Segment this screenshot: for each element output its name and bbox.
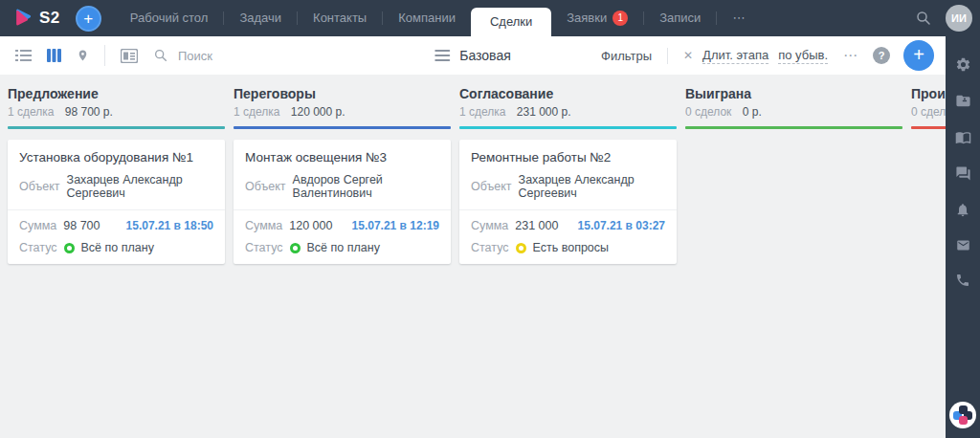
nav-item-requests[interactable]: Заявки 1 bbox=[551, 0, 643, 36]
status-label: Статус bbox=[245, 241, 283, 254]
sort-order-link[interactable]: по убыв. bbox=[778, 48, 828, 64]
stage-color-line bbox=[234, 126, 451, 129]
sum-label: Сумма bbox=[471, 219, 508, 232]
status-value: Есть вопросы bbox=[533, 241, 610, 254]
notifications-bell-icon[interactable] bbox=[955, 202, 970, 218]
deal-title: Монтаж освещения №3 bbox=[245, 150, 439, 164]
search-icon bbox=[153, 48, 168, 63]
list-view-icon[interactable] bbox=[15, 49, 32, 62]
column-stats: 1 сделка 98 700 р. bbox=[8, 105, 225, 119]
sort-control: ✕ Длит. этапа по убыв. bbox=[667, 48, 828, 64]
nav-item-tasks[interactable]: Задачи bbox=[224, 0, 297, 36]
sum-label: Сумма bbox=[19, 219, 56, 232]
chat-icon[interactable] bbox=[955, 165, 971, 182]
column-deal-count: 0 сделок bbox=[685, 105, 731, 119]
right-icon-sidebar bbox=[946, 36, 980, 438]
deal-sum-row: Сумма 120 000 15.07.21 в 12:19 bbox=[245, 219, 439, 232]
map-view-icon[interactable] bbox=[77, 48, 89, 63]
search-input[interactable] bbox=[178, 49, 389, 63]
object-label: Объект bbox=[19, 180, 60, 193]
object-value: Авдоров Сергей Валентинович bbox=[293, 173, 439, 200]
folder-icon[interactable] bbox=[955, 93, 971, 109]
card-divider bbox=[459, 209, 677, 210]
clear-sort-icon[interactable]: ✕ bbox=[683, 49, 693, 62]
status-label: Статус bbox=[471, 241, 509, 254]
deal-title: Ремонтные работы №2 bbox=[471, 150, 665, 164]
toolbar-right-group: Фильтры ✕ Длит. этапа по убыв. ⋯ ? + bbox=[601, 40, 934, 71]
deal-sum-row: Сумма 231 000 15.07.21 в 03:27 bbox=[471, 219, 665, 232]
sum-value: 231 000 bbox=[515, 219, 558, 232]
nav-item-companies[interactable]: Компании bbox=[383, 0, 471, 36]
column-title: Переговоры bbox=[234, 86, 451, 101]
topbar-right-group: ИИ bbox=[915, 5, 972, 32]
toolbar-more-menu[interactable]: ⋯ bbox=[843, 47, 859, 64]
sort-field-link[interactable]: Длит. этапа bbox=[702, 48, 768, 64]
object-label: Объект bbox=[471, 180, 512, 193]
status-dot-icon bbox=[64, 243, 75, 253]
toolbar-separator bbox=[104, 45, 105, 66]
add-deal-button[interactable]: + bbox=[903, 40, 934, 71]
stage-color-line bbox=[685, 126, 902, 129]
logo-text: S2 bbox=[39, 9, 60, 28]
status-dot-icon bbox=[290, 243, 301, 253]
column-deal-count: 1 сделка bbox=[459, 105, 505, 119]
deal-status-row: Статус Всё по плану bbox=[245, 241, 439, 254]
settings-gear-icon[interactable] bbox=[955, 56, 971, 73]
global-search-icon[interactable] bbox=[915, 10, 932, 27]
status-value: Всё по плану bbox=[307, 241, 380, 254]
s2-logo-icon bbox=[13, 9, 33, 28]
kanban-column-won: Выиграна 0 сделок 0 р. bbox=[685, 86, 902, 438]
deal-status-row: Статус Есть вопросы bbox=[471, 241, 665, 254]
knowledge-book-icon[interactable] bbox=[955, 129, 971, 145]
filters-button[interactable]: Фильтры bbox=[601, 49, 652, 63]
funnel-switcher[interactable]: Базовая bbox=[434, 48, 511, 63]
help-button[interactable]: ? bbox=[873, 47, 890, 64]
nav-more-menu[interactable]: ⋯ bbox=[717, 0, 760, 36]
column-amount: 98 700 р. bbox=[65, 105, 113, 119]
status-value: Всё по плану bbox=[81, 241, 154, 254]
top-navigation-bar: S2 + Рабочий стол Задачи Контакты Компан… bbox=[0, 0, 980, 36]
column-amount: 0 р. bbox=[743, 105, 762, 119]
status-dot-icon bbox=[516, 243, 526, 253]
deal-card[interactable]: Установка оборудования №1 Объект Захарце… bbox=[8, 140, 225, 264]
deal-datetime: 15.07.21 в 12:19 bbox=[352, 219, 439, 232]
funnel-name: Базовая bbox=[459, 48, 511, 63]
deal-sum-row: Сумма 98 700 15.07.21 в 18:50 bbox=[19, 219, 213, 232]
nav-item-contacts[interactable]: Контакты bbox=[298, 0, 382, 36]
object-value: Захарцев Александр Сергеевич bbox=[519, 173, 665, 200]
kanban-view-icon-active[interactable] bbox=[47, 49, 61, 62]
column-stats: 0 сделок 0 р. bbox=[685, 105, 902, 119]
requests-count-badge: 1 bbox=[612, 11, 628, 26]
board-toolbar: Базовая Фильтры ✕ Длит. этапа по убыв. ⋯… bbox=[0, 36, 946, 75]
app-widget-button[interactable] bbox=[949, 402, 976, 428]
stage-color-line bbox=[459, 126, 677, 129]
kanban-column-negotiation: Переговоры 1 сделка 120 000 р. Монтаж ос… bbox=[234, 86, 451, 438]
kanban-column-proposal: Предложение 1 сделка 98 700 р. Установка… bbox=[8, 86, 225, 438]
nav-item-requests-label: Заявки bbox=[567, 0, 607, 36]
deal-object-row: Объект Захарцев Александр Сергеевич bbox=[471, 173, 665, 200]
panel-view-icon[interactable] bbox=[121, 49, 138, 63]
kanban-board: Предложение 1 сделка 98 700 р. Установка… bbox=[0, 75, 980, 438]
quick-add-button[interactable]: + bbox=[76, 6, 101, 32]
app-widget-logo-icon bbox=[949, 402, 976, 428]
sum-value: 120 000 bbox=[289, 219, 332, 232]
column-title: Согласование bbox=[459, 86, 677, 101]
deal-object-row: Объект Авдоров Сергей Валентинович bbox=[245, 173, 439, 200]
funnel-menu-icon bbox=[434, 50, 450, 61]
column-title: Предложение bbox=[8, 86, 225, 101]
app-logo[interactable]: S2 bbox=[13, 9, 60, 28]
deal-title: Установка оборудования №1 bbox=[19, 150, 213, 164]
nav-tab-deals-active[interactable]: Сделки bbox=[471, 8, 551, 36]
deal-datetime: 15.07.21 в 03:27 bbox=[578, 219, 665, 232]
deal-card[interactable]: Ремонтные работы №2 Объект Захарцев Алек… bbox=[459, 140, 677, 264]
deal-card[interactable]: Монтаж освещения №3 Объект Авдоров Серге… bbox=[234, 140, 451, 264]
mail-icon[interactable] bbox=[955, 238, 971, 252]
phone-icon[interactable] bbox=[955, 273, 970, 288]
nav-item-records[interactable]: Записи bbox=[644, 0, 716, 36]
sum-label: Сумма bbox=[245, 219, 282, 232]
column-stats: 1 сделка 231 000 р. bbox=[459, 105, 677, 119]
column-title: Выиграна bbox=[685, 86, 902, 101]
deal-datetime: 15.07.21 в 18:50 bbox=[126, 219, 213, 232]
nav-item-desktop[interactable]: Рабочий стол bbox=[115, 0, 224, 36]
user-avatar[interactable]: ИИ bbox=[946, 5, 972, 32]
